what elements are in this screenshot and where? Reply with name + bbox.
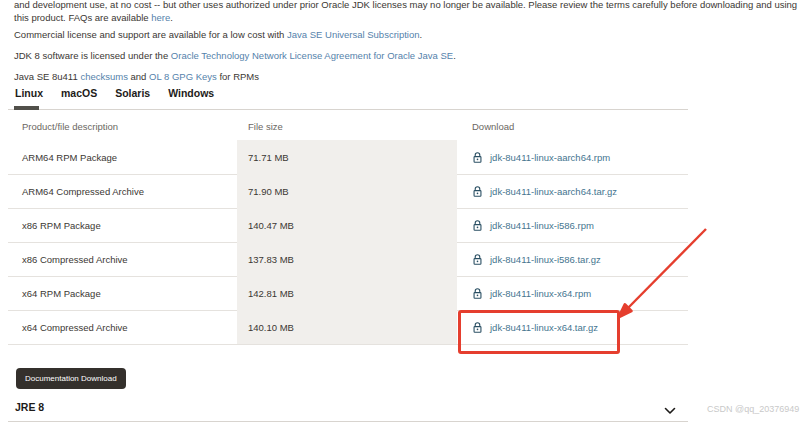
lock-icon [472,151,483,164]
product-name: ARM64 Compressed Archive [8,174,237,208]
watermark-text: CSDN @qq_20376949 [707,404,799,414]
file-size: 142.81 MB [237,276,457,310]
faq-link[interactable]: here [151,12,170,23]
lock-icon [472,185,483,198]
product-name: x86 RPM Package [8,208,237,242]
jdk-download-page: and development use, at no cost -- but o… [0,0,800,427]
header-file-size: File size [237,112,457,140]
download-link[interactable]: jdk-8u411-linux-x64.rpm [490,288,591,299]
download-cell: jdk-8u411-linux-x64.tar.gz [457,310,688,344]
notice-line2: this product. FAQs are available [14,12,151,23]
product-name: x86 Compressed Archive [8,242,237,276]
tab-macos[interactable]: macOS [61,87,97,105]
jre8-accordion-header[interactable]: JRE 8 [8,396,688,420]
file-size: 71.71 MB [237,140,457,174]
file-size: 140.47 MB [237,208,457,242]
table-row-highlighted: x64 Compressed Archive 140.10 MB jdk-8u4… [8,310,688,345]
otn-license-link[interactable]: Oracle Technology Network License Agreem… [171,50,453,61]
downloads-table: Product/file description File size Downl… [8,112,688,344]
download-cell: jdk-8u411-linux-x64.rpm [457,276,688,310]
download-cell: jdk-8u411-linux-i586.rpm [457,208,688,242]
lock-icon [472,253,483,266]
download-link[interactable]: jdk-8u411-linux-x64.tar.gz [490,322,598,333]
active-tab-indicator [14,106,39,110]
license-notice-paragraph: and development use, at no cost -- but o… [14,0,797,24]
checksums-and: and [128,71,149,82]
license-period: . [453,50,456,61]
jdk8-license-paragraph: JDK 8 software is licensed under the Ora… [14,49,456,62]
jre8-separator [8,421,688,422]
documentation-download-button[interactable]: Documentation Download [16,368,126,389]
chevron-down-icon[interactable] [664,401,676,419]
table-row: x86 RPM Package 140.47 MB jdk-8u411-linu… [8,208,688,243]
header-product: Product/file description [8,112,237,140]
lock-icon [472,219,483,232]
os-tab-bar: Linux macOS Solaris Windows [15,87,214,105]
commercial-period: . [420,29,423,40]
header-download: Download [457,112,688,140]
tab-solaris[interactable]: Solaris [115,87,150,105]
checksums-link[interactable]: checksums [80,71,128,82]
download-cell: jdk-8u411-linux-aarch64.tar.gz [457,174,688,208]
table-row: ARM64 RPM Package 71.71 MB jdk-8u411-lin… [8,140,688,175]
checksums-paragraph: Java SE 8u411 checksums and OL 8 GPG Key… [14,70,259,83]
commercial-text: Commercial license and support are avail… [14,29,287,40]
lock-icon [472,321,483,334]
java-se-subscription-link[interactable]: Java SE Universal Subscription [287,29,420,40]
checksums-text: Java SE 8u411 [14,71,80,82]
download-link[interactable]: jdk-8u411-linux-i586.tar.gz [490,254,601,265]
file-size: 71.90 MB [237,174,457,208]
product-name: ARM64 RPM Package [8,140,237,174]
table-row: x86 Compressed Archive 137.83 MB jdk-8u4… [8,242,688,277]
tab-windows[interactable]: Windows [168,87,214,105]
product-name: x64 Compressed Archive [8,310,237,344]
jre8-label: JRE 8 [15,401,44,413]
license-text: JDK 8 software is licensed under the [14,50,171,61]
notice-line1: and development use, at no cost -- but o… [14,0,797,10]
download-link[interactable]: jdk-8u411-linux-aarch64.rpm [490,152,610,163]
tab-linux[interactable]: Linux [15,87,43,105]
product-name: x64 RPM Package [8,276,237,310]
checksums-suffix: for RPMs [217,71,259,82]
notice-period: . [170,12,173,23]
table-row: x64 RPM Package 142.81 MB jdk-8u411-linu… [8,276,688,311]
tab-track-line [8,109,688,110]
table-row: ARM64 Compressed Archive 71.90 MB jdk-8u… [8,174,688,209]
file-size: 137.83 MB [237,242,457,276]
table-header-row: Product/file description File size Downl… [8,112,688,140]
gpg-keys-link[interactable]: OL 8 GPG Keys [149,71,217,82]
download-cell: jdk-8u411-linux-i586.tar.gz [457,242,688,276]
download-link[interactable]: jdk-8u411-linux-aarch64.tar.gz [490,186,617,197]
download-link[interactable]: jdk-8u411-linux-i586.rpm [490,220,594,231]
commercial-license-paragraph: Commercial license and support are avail… [14,28,422,41]
file-size: 140.10 MB [237,310,457,344]
download-cell: jdk-8u411-linux-aarch64.rpm [457,140,688,174]
lock-icon [472,287,483,300]
